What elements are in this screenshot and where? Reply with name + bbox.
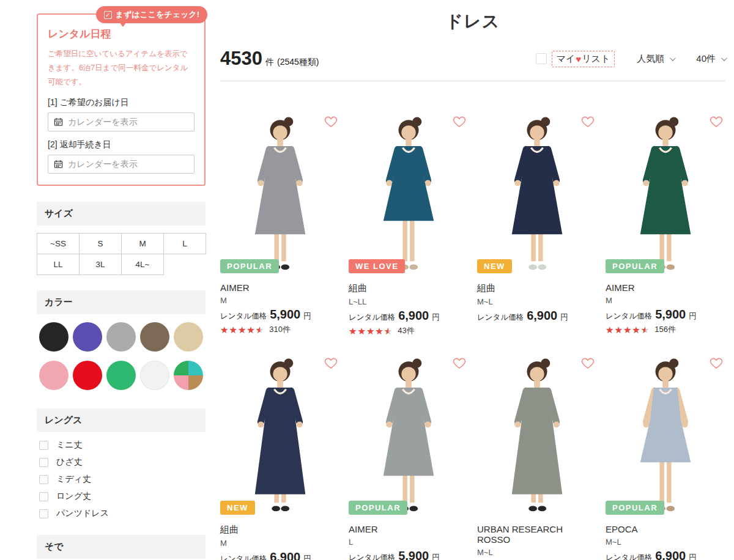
product-info: AIMER L レンタル価格 5,900 円 ★★★★★ ★★★★★ 206件 [349, 524, 469, 560]
mylist-filter[interactable]: マイ♥リスト [536, 51, 615, 67]
product-photo[interactable]: NEW [220, 350, 340, 518]
product-photo[interactable]: POPULAR [606, 350, 725, 518]
price-value: 5,900 [398, 549, 429, 560]
product-photo[interactable]: POPULAR [220, 108, 340, 276]
product-brand[interactable]: AIMER [606, 282, 725, 293]
product-brand[interactable]: URBAN RESEARCH ROSSO [477, 524, 597, 545]
delivery-date-input[interactable]: カレンダーを表示 [48, 112, 195, 131]
product-photo[interactable]: POPULAR [606, 108, 725, 276]
product-info: EPOCA M~L レンタル価格 6,900 円 ★★★★★ ★★★★★ 18件 [606, 524, 725, 560]
price-label: レンタル価格 [606, 553, 652, 560]
product-price-row: レンタル価格 6,900 円 [220, 550, 340, 560]
color-swatch-gray[interactable] [106, 322, 136, 352]
product-rating-row: ★★★★★ ★★★★★ 310件 [220, 324, 340, 335]
checkbox[interactable] [39, 509, 48, 518]
product-brand[interactable]: AIMER [349, 524, 469, 534]
page-title: ドレス [220, 10, 725, 33]
rental-date-box: ✓ まずはここをチェック! レンタル日程 ご希望日に空いているアイテムを表示でき… [37, 13, 206, 186]
product-card: NEW 組曲 M レンタル価格 6,900 円 ★★★★★ ★★★★★ 24件 [220, 350, 340, 560]
favorite-heart-icon[interactable] [708, 114, 724, 129]
length-option-label: パンツドレス [56, 508, 109, 519]
price-value: 5,900 [270, 308, 300, 322]
favorite-heart-icon[interactable] [580, 356, 596, 370]
product-photo[interactable]: WE LOVE [349, 108, 469, 276]
checkbox[interactable] [39, 458, 48, 467]
product-info: 組曲 M レンタル価格 6,900 円 ★★★★★ ★★★★★ 24件 [220, 524, 340, 560]
product-info: URBAN RESEARCH ROSSO M~L レンタル価格 6,900 円 … [477, 524, 597, 560]
product-size: M~L [606, 537, 725, 547]
product-price-row: レンタル価格 6,900 円 [606, 549, 725, 560]
size-option-m[interactable]: M [121, 233, 164, 254]
size-option-l[interactable]: L [163, 233, 206, 254]
price-value: 6,900 [655, 549, 686, 560]
check-here-badge: ✓ まずはここをチェック! [96, 6, 207, 23]
color-swatch-purple[interactable] [73, 322, 102, 352]
price-label: レンタル価格 [349, 553, 395, 560]
length-option-pantsdress[interactable]: パンツドレス [37, 508, 206, 519]
product-price-row: レンタル価格 5,900 円 [220, 308, 340, 322]
favorite-heart-icon[interactable] [323, 114, 339, 129]
size-option-4l[interactable]: 4L~ [121, 254, 164, 275]
product-photo[interactable]: POPULAR [349, 350, 469, 518]
product-brand[interactable]: EPOCA [606, 524, 725, 534]
review-count[interactable]: 310件 [269, 324, 291, 335]
favorite-heart-icon[interactable] [323, 356, 339, 370]
return-date-input[interactable]: カレンダーを表示 [48, 155, 195, 174]
size-option-ll[interactable]: LL [37, 254, 80, 275]
product-brand[interactable]: AIMER [220, 282, 340, 293]
favorite-heart-icon[interactable] [708, 356, 724, 370]
length-option-midi[interactable]: ミディ丈 [37, 474, 206, 485]
product-card: POPULAR EPOCA M~L レンタル価格 6,900 円 ★★★★★ ★… [606, 350, 725, 560]
color-swatch-beige[interactable] [174, 322, 203, 352]
color-swatch-green[interactable] [106, 361, 136, 390]
color-swatch-multicolor[interactable] [174, 361, 203, 390]
price-value: 6,900 [270, 550, 300, 560]
checkbox[interactable] [39, 492, 48, 501]
product-brand[interactable]: 組曲 [477, 282, 597, 294]
product-size: L~LL [349, 297, 469, 306]
length-option-knee[interactable]: ひざ丈 [37, 457, 206, 468]
size-option-3l[interactable]: 3L [79, 254, 122, 275]
per-page-dropdown[interactable]: 40件 [696, 53, 725, 65]
color-swatch-black[interactable] [39, 322, 69, 352]
product-photo[interactable] [477, 350, 597, 518]
size-option-s[interactable]: S [79, 233, 122, 254]
length-option-long[interactable]: ロング丈 [37, 491, 206, 502]
product-size: M [606, 296, 725, 305]
color-swatch-brown[interactable] [140, 322, 169, 352]
product-size: M [220, 296, 340, 305]
product-brand[interactable]: 組曲 [349, 282, 469, 294]
delivery-date-placeholder: カレンダーを表示 [68, 117, 138, 128]
length-option-label: ミディ丈 [56, 474, 91, 485]
product-price-row: レンタル価格 6,900 円 [349, 309, 469, 323]
mylist-label-prefix: マイ [557, 53, 576, 65]
color-swatch-red[interactable] [73, 361, 102, 390]
checkbox[interactable] [39, 441, 48, 450]
price-label: レンタル価格 [606, 311, 652, 322]
product-photo-figure [220, 108, 340, 276]
review-count[interactable]: 156件 [654, 324, 676, 335]
product-badge: POPULAR [606, 501, 664, 515]
color-swatch-white[interactable] [140, 361, 169, 390]
product-brand[interactable]: 組曲 [220, 524, 340, 536]
review-count[interactable]: 43件 [398, 325, 414, 336]
color-swatch-pink[interactable] [39, 361, 69, 390]
price-value: 6,900 [398, 309, 429, 323]
product-photo[interactable]: NEW [477, 108, 597, 276]
results-toolbar: 4530 件 (2545種類) マイ♥リスト 人気順 40件 [220, 48, 725, 81]
product-badge: NEW [477, 259, 512, 273]
star-rating-icon: ★★★★★ ★★★★★ [220, 325, 264, 334]
checkbox[interactable] [39, 475, 48, 484]
favorite-heart-icon[interactable] [580, 114, 596, 129]
sort-dropdown[interactable]: 人気順 [637, 53, 674, 65]
length-option-mini[interactable]: ミニ丈 [37, 440, 206, 451]
main-content: ドレス 4530 件 (2545種類) マイ♥リスト 人気順 40件 [220, 0, 725, 560]
price-currency: 円 [689, 311, 697, 322]
mylist-label[interactable]: マイ♥リスト [552, 51, 615, 67]
favorite-heart-icon[interactable] [451, 114, 467, 129]
size-option-ss[interactable]: ~SS [37, 233, 80, 254]
favorite-heart-icon[interactable] [451, 356, 467, 370]
product-badge: NEW [220, 501, 255, 515]
product-price-row: レンタル価格 5,900 円 [349, 549, 469, 560]
mylist-checkbox[interactable] [536, 53, 547, 64]
